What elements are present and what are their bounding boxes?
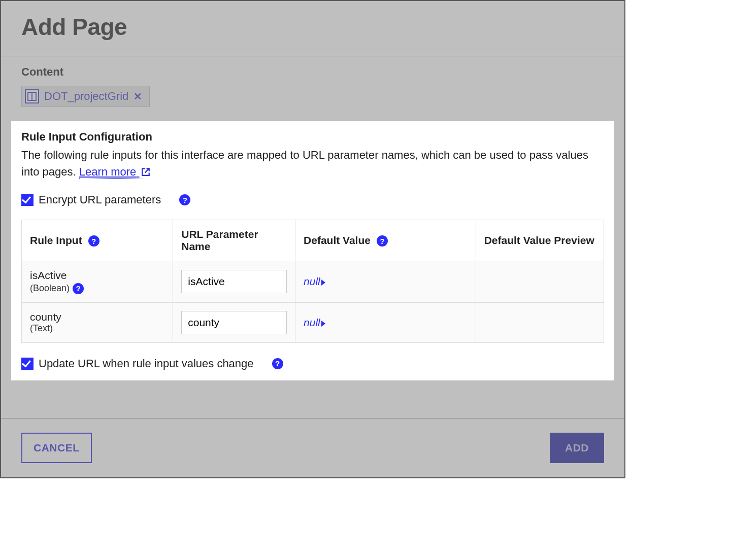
col-default-value-label: Default Value <box>304 234 371 246</box>
dialog-header: Add Page <box>1 1 624 56</box>
default-value[interactable]: null <box>304 275 320 287</box>
dialog-footer: CANCEL ADD <box>1 418 624 477</box>
default-preview-cell <box>476 261 604 303</box>
rule-config-description: The following rule inputs for this inter… <box>21 147 604 180</box>
default-preview-cell <box>476 302 604 342</box>
encrypt-url-checkbox[interactable] <box>21 194 34 206</box>
url-parameter-input[interactable] <box>181 270 287 293</box>
add-button[interactable]: ADD <box>550 433 604 463</box>
update-url-label: Update URL when rule input values change <box>39 357 254 370</box>
rule-config-title: Rule Input Configuration <box>21 130 604 144</box>
help-icon[interactable]: ? <box>88 235 99 247</box>
rule-input-table: Rule Input ? URL Parameter Name Default … <box>21 220 604 343</box>
dialog-title: Add Page <box>21 13 604 41</box>
help-icon[interactable]: ? <box>377 235 388 247</box>
col-url-param: URL Parameter Name <box>173 220 295 261</box>
rule-input-name: isActive <box>30 269 164 282</box>
chevron-right-icon[interactable] <box>321 321 325 327</box>
col-default-preview: Default Value Preview <box>476 220 604 261</box>
update-url-checkbox-row: Update URL when rule input values change… <box>21 357 604 370</box>
close-icon[interactable]: ✕ <box>134 90 142 102</box>
cancel-button[interactable]: CANCEL <box>21 433 92 463</box>
add-page-dialog: Add Page Content DOT_projectGrid ✕ Rule … <box>0 0 625 478</box>
help-icon[interactable]: ? <box>272 358 283 369</box>
table-row: isActive (Boolean)? null <box>22 261 604 303</box>
encrypt-url-label: Encrypt URL parameters <box>39 193 161 206</box>
content-label: Content <box>21 65 604 79</box>
default-value[interactable]: null <box>304 317 320 328</box>
rule-input-name: county <box>30 311 164 323</box>
interface-icon <box>25 89 39 103</box>
rule-input-type: (Text) <box>30 323 164 334</box>
help-icon[interactable]: ? <box>73 283 84 294</box>
update-url-checkbox[interactable] <box>21 358 34 370</box>
rule-input-type: (Boolean) <box>30 283 70 293</box>
col-rule-input-label: Rule Input <box>30 234 82 246</box>
url-parameter-input[interactable] <box>181 311 287 334</box>
col-default-value: Default Value ? <box>295 220 476 261</box>
dialog-body: Content DOT_projectGrid ✕ Rule Input Con… <box>1 56 624 418</box>
encrypt-url-checkbox-row: Encrypt URL parameters ? <box>21 193 604 206</box>
content-chip-label: DOT_projectGrid <box>44 90 128 103</box>
external-link-icon <box>141 167 150 177</box>
chevron-right-icon[interactable] <box>321 279 325 286</box>
learn-more-text: Learn more <box>79 165 137 178</box>
help-icon[interactable]: ? <box>179 194 190 205</box>
col-rule-input: Rule Input ? <box>22 220 173 261</box>
table-row: county (Text) null <box>22 302 604 342</box>
learn-more-link[interactable]: Learn more <box>79 165 151 179</box>
content-chip[interactable]: DOT_projectGrid ✕ <box>21 86 150 107</box>
rule-input-configuration-panel: Rule Input Configuration The following r… <box>11 121 614 380</box>
